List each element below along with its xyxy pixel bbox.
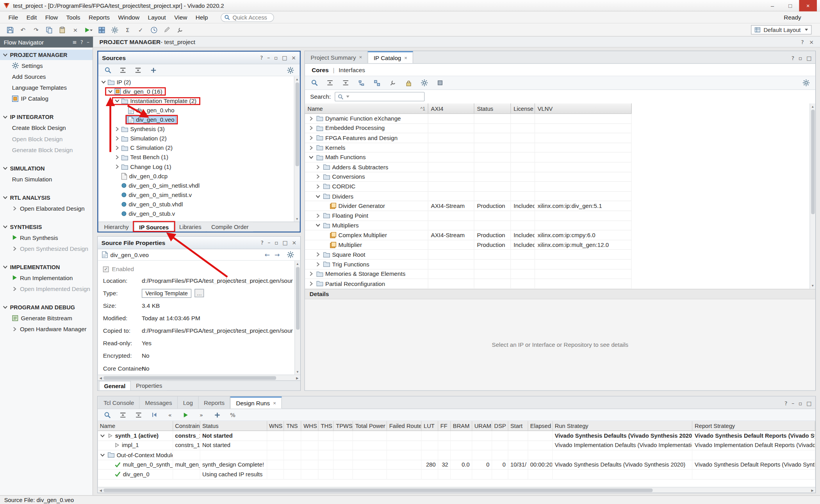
- add-button[interactable]: [148, 65, 159, 75]
- flownav-item-generate-bitstream[interactable]: Generate Bitstream: [0, 312, 93, 323]
- ipcatalog-row-square-root[interactable]: Square Root: [305, 250, 632, 260]
- scroll-up-icon[interactable]: ▲: [811, 103, 814, 109]
- sources-tab-ip-sources[interactable]: IP Sources: [134, 222, 174, 231]
- sources-tree-item-change-log-1[interactable]: Change Log (1): [98, 162, 300, 171]
- bottom-tab-log[interactable]: Log: [178, 397, 198, 409]
- designruns-row-div-gen-0[interactable]: div_gen_0Using cached IP results: [98, 470, 815, 479]
- menu-tools[interactable]: Tools: [62, 13, 84, 21]
- run-button[interactable]: [83, 25, 94, 35]
- window-maximize-button[interactable]: □: [781, 0, 799, 11]
- sources-maximize-button[interactable]: □: [282, 55, 287, 60]
- designruns-column-elapsed[interactable]: Elapsed: [528, 421, 553, 430]
- window-minimize-button[interactable]: –: [763, 0, 781, 11]
- ipcatalog-row-kernels[interactable]: Kernels: [305, 143, 632, 153]
- bottom-tab-tcl-console[interactable]: Tcl Console: [98, 397, 140, 409]
- gear-button[interactable]: [418, 78, 430, 88]
- designruns-row-synth-1-active[interactable]: synth_1 (active)constrs_1Not startedViva…: [98, 431, 815, 441]
- flownav-section-synthesis[interactable]: SYNTHESIS: [0, 222, 93, 232]
- gear-button[interactable]: [800, 78, 811, 88]
- designruns-column-tns[interactable]: TNS: [284, 421, 301, 430]
- scrollbar-thumb[interactable]: [295, 83, 299, 166]
- sources-tree-item-div-gen-0-veo[interactable]: div_gen_0.veo: [98, 115, 300, 124]
- ipcatalog-search-input[interactable]: [335, 92, 424, 101]
- collapse-all-button[interactable]: [117, 65, 128, 75]
- quick-access[interactable]: Quick Access: [221, 13, 274, 22]
- sources-tree-item-div-gen-0-sim-netlist-vhdl[interactable]: div_gen_0_sim_netlist.vhdl: [98, 181, 300, 190]
- scroll-down-icon[interactable]: ▼: [296, 369, 299, 375]
- play-button[interactable]: [180, 410, 191, 420]
- ipcatalog-maximize-button[interactable]: □: [806, 55, 811, 60]
- menu-view[interactable]: View: [170, 13, 192, 21]
- delete-button[interactable]: ×: [70, 25, 81, 35]
- expand-all-button[interactable]: [133, 410, 144, 420]
- flownav-item-settings[interactable]: Settings: [0, 60, 93, 71]
- ipcatalog-row-embedded-processing[interactable]: Embedded Processing: [305, 124, 632, 133]
- designruns-column-ths[interactable]: THS: [319, 421, 334, 430]
- designruns-row-out-of-context-module-runs[interactable]: Out-of-Context Module Runs: [98, 450, 815, 460]
- gear-button[interactable]: [285, 250, 296, 260]
- sigma-button[interactable]: Σ: [122, 25, 133, 35]
- workspace-help-button[interactable]: ?: [801, 39, 804, 44]
- doc-tab-ip-catalog[interactable]: IP Catalog×: [368, 51, 413, 63]
- menu-window[interactable]: Window: [114, 13, 144, 21]
- scrollbar-thumb[interactable]: [811, 110, 815, 214]
- ipcatalog-row-dividers[interactable]: Dividers: [305, 192, 632, 201]
- doc-tab-project-summary[interactable]: Project Summary×: [305, 51, 368, 63]
- bottom-tab-messages[interactable]: Messages: [140, 397, 178, 409]
- designruns-column-whs[interactable]: WHS: [301, 421, 319, 430]
- sources-tree-item-ip-2[interactable]: IP (2): [98, 77, 300, 87]
- add-button[interactable]: [211, 410, 223, 420]
- properties-help-button[interactable]: ?: [260, 240, 263, 245]
- flownav-item-language-templates[interactable]: Language Templates: [0, 82, 93, 93]
- properties-vscrollbar[interactable]: ▲ ▼: [294, 261, 300, 374]
- previous-button[interactable]: «: [164, 410, 176, 420]
- ipcatalog-row-multiplier[interactable]: MultiplierProductionIncludedxilinx.com:i…: [305, 240, 632, 250]
- scroll-up-icon[interactable]: ▲: [296, 261, 299, 266]
- save-button[interactable]: [4, 25, 16, 35]
- ipcatalog-subnav-cores[interactable]: Cores: [312, 67, 329, 73]
- ipcatalog-column-vlnv[interactable]: VLNV: [535, 103, 632, 113]
- type-browse-button[interactable]: …: [194, 289, 204, 297]
- square-button[interactable]: [434, 78, 446, 88]
- flownav-section-rtl-analysis[interactable]: RTL ANALYSIS: [0, 192, 93, 203]
- flownav-item-add-sources[interactable]: Add Sources: [0, 71, 93, 82]
- designruns-column-lut[interactable]: LUT: [422, 421, 439, 430]
- ipcatalog-column-name[interactable]: Name^1: [305, 103, 428, 113]
- designruns-column-failed-routes[interactable]: Failed Routes: [387, 421, 421, 430]
- first-button[interactable]: [148, 410, 160, 420]
- ipcatalog-row-trig-functions[interactable]: Trig Functions: [305, 260, 632, 270]
- scrollbar-thumb[interactable]: [296, 267, 299, 330]
- redo-button[interactable]: ↷: [30, 25, 42, 35]
- ipcatalog-column-status[interactable]: Status: [474, 103, 511, 113]
- ipcatalog-row-complex-multiplier[interactable]: Complex MultiplierAXI4-StreamProductionI…: [305, 231, 632, 240]
- ipcatalog-column-axi4[interactable]: AXI4: [428, 103, 474, 113]
- flownav-item-open-block-design[interactable]: Open Block Design: [0, 133, 93, 144]
- layout-selector[interactable]: Default Layout: [751, 25, 811, 34]
- ipcatalog-row-adders-subtracters[interactable]: Adders & Subtracters: [305, 162, 632, 172]
- properties-close-button[interactable]: ×: [292, 240, 297, 245]
- sources-vscrollbar[interactable]: ▲ ▼: [294, 76, 300, 222]
- properties-tab-general[interactable]: General: [99, 381, 131, 390]
- collapse-all-button[interactable]: [117, 410, 128, 420]
- designruns-column-run-strategy[interactable]: Run Strategy: [553, 421, 692, 430]
- scroll-left-icon[interactable]: ◀: [98, 376, 103, 380]
- scroll-down-icon[interactable]: ▼: [811, 283, 814, 289]
- sources-tab-compile-order[interactable]: Compile Order: [207, 222, 253, 231]
- sources-tree-item-simulation-2[interactable]: Simulation (2): [98, 134, 300, 143]
- scroll-left-icon[interactable]: ◀: [98, 488, 103, 492]
- flownav-item-open-hardware-manager[interactable]: Open Hardware Manager: [0, 323, 93, 334]
- hierarchy-button[interactable]: [356, 78, 367, 88]
- scroll-right-icon[interactable]: ▶: [294, 376, 300, 380]
- designruns-float-button[interactable]: ▫: [799, 401, 802, 406]
- scroll-up-icon[interactable]: ▲: [296, 76, 299, 82]
- sources-tree-item-instantiation-template-2[interactable]: Instantiation Template (2): [98, 96, 300, 105]
- menu-help[interactable]: Help: [191, 13, 212, 21]
- paste-button[interactable]: [57, 25, 68, 35]
- flownav-item-generate-block-design[interactable]: Generate Block Design: [0, 144, 93, 155]
- designruns-column-start[interactable]: Start: [508, 421, 528, 430]
- sources-minimize-button[interactable]: –: [267, 55, 270, 60]
- close-icon[interactable]: ×: [273, 401, 276, 406]
- flownav-section-program-and-debug[interactable]: PROGRAM AND DEBUG: [0, 302, 93, 312]
- designruns-column-status[interactable]: Status: [200, 421, 267, 430]
- flownav-item-run-simulation[interactable]: Run Simulation: [0, 174, 93, 185]
